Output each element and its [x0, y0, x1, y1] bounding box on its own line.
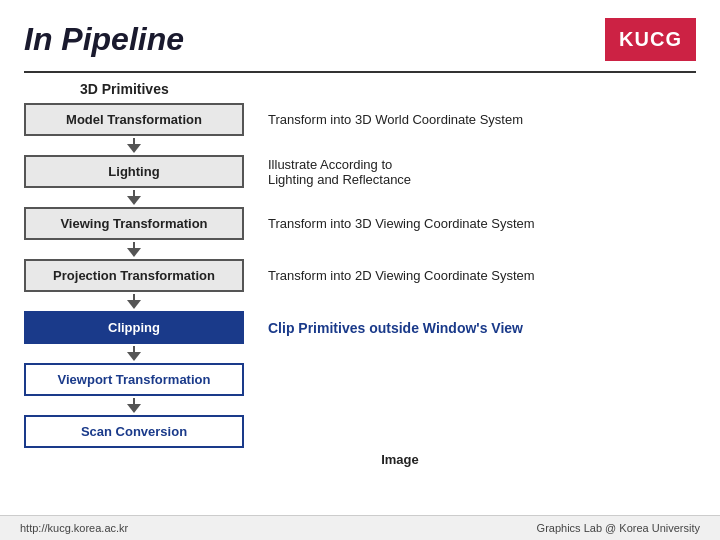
arrow-connector: [24, 398, 696, 413]
footer-credit: Graphics Lab @ Korea University: [537, 522, 700, 534]
pipeline-box-clipping: Clipping: [24, 311, 244, 344]
arrow-connector: [24, 294, 696, 309]
image-label: Image: [0, 452, 720, 467]
pipeline-desc-lighting: Illustrate According toLighting and Refl…: [268, 157, 696, 187]
pipeline-box-viewing-transformation: Viewing Transformation: [24, 207, 244, 240]
pipeline-row-viewing-transformation: Viewing TransformationTransform into 3D …: [24, 207, 696, 240]
pipeline-box-model-transformation: Model Transformation: [24, 103, 244, 136]
pipeline-box-lighting: Lighting: [24, 155, 244, 188]
pipeline-desc-viewing-transformation: Transform into 3D Viewing Coordinate Sys…: [268, 216, 696, 231]
pipeline-row-scan-conversion: Scan Conversion: [24, 415, 696, 448]
pipeline-desc-model-transformation: Transform into 3D World Coordinate Syste…: [268, 112, 696, 127]
kucg-logo: KUCG: [605, 18, 696, 61]
footer-url: http://kucg.korea.ac.kr: [20, 522, 128, 534]
footer: http://kucg.korea.ac.kr Graphics Lab @ K…: [0, 515, 720, 540]
pipeline-list: Model TransformationTransform into 3D Wo…: [0, 103, 720, 450]
pipeline-box-viewport-transformation: Viewport Transformation: [24, 363, 244, 396]
pipeline-row-lighting: LightingIllustrate According toLighting …: [24, 155, 696, 188]
arrow-connector: [24, 242, 696, 257]
pipeline-row-clipping: ClippingClip Primitives outside Window's…: [24, 311, 696, 344]
page-title: In Pipeline: [24, 21, 184, 58]
pipeline-row-projection-transformation: Projection TransformationTransform into …: [24, 259, 696, 292]
pipeline-row-model-transformation: Model TransformationTransform into 3D Wo…: [24, 103, 696, 136]
header-divider: [24, 71, 696, 73]
slide: In Pipeline KUCG 3D Primitives Model Tra…: [0, 0, 720, 540]
primitives-label: 3D Primitives: [0, 81, 720, 97]
arrow-connector: [24, 346, 696, 361]
header: In Pipeline KUCG: [0, 0, 720, 71]
pipeline-box-scan-conversion: Scan Conversion: [24, 415, 244, 448]
pipeline-desc-projection-transformation: Transform into 2D Viewing Coordinate Sys…: [268, 268, 696, 283]
arrow-connector: [24, 138, 696, 153]
pipeline-desc-clipping: Clip Primitives outside Window's View: [268, 320, 696, 336]
arrow-connector: [24, 190, 696, 205]
pipeline-row-viewport-transformation: Viewport Transformation: [24, 363, 696, 396]
pipeline-box-projection-transformation: Projection Transformation: [24, 259, 244, 292]
